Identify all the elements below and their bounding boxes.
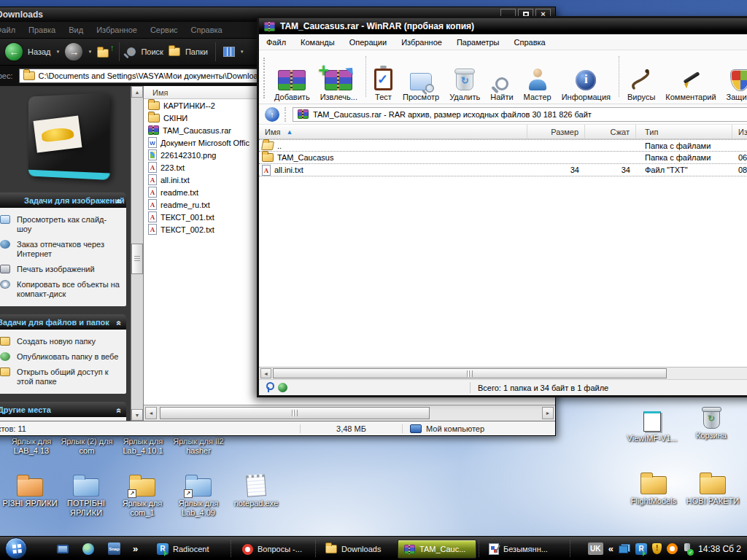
desktop-icon-com1[interactable]: Ярлык для com_1 <box>114 470 171 518</box>
desktop-icon-rizni-yarlyky[interactable]: РІЗНІ ЯРЛИКИ <box>1 470 58 508</box>
forward-icon[interactable]: → <box>65 43 82 61</box>
task-item[interactable]: Копировать все объекты на компакт-диск <box>0 277 126 302</box>
back-label[interactable]: Назад <box>28 47 51 56</box>
task-item[interactable]: Опубликовать папку в вебе <box>0 349 126 365</box>
desktop-icon-viewimf[interactable]: ViewIMF-V1... <box>624 405 681 443</box>
views-dropdown-icon[interactable]: ▼ <box>240 50 244 54</box>
explorer-horizontal-scrollbar[interactable]: ◄ ► <box>144 405 555 421</box>
scrollbar-thumb[interactable] <box>160 407 430 419</box>
desktop-icon-lab413[interactable]: Ярлык для LAB_4.13 <box>3 437 60 456</box>
globe-icon[interactable] <box>278 383 287 392</box>
quicklaunch-show-desktop[interactable] <box>57 537 69 560</box>
desktop-icon-com2[interactable]: Ярлык (2) для com <box>58 437 115 456</box>
desktop-icon-lab409[interactable]: Ярлык для Lab_4.09 <box>170 470 227 518</box>
archive-row-updir[interactable]: .. Папка с файлами <box>259 139 747 152</box>
menu-commands[interactable]: Команды <box>293 38 342 47</box>
back-icon[interactable]: ← <box>5 43 23 61</box>
delete-button[interactable]: Удалить <box>444 61 485 101</box>
column-name[interactable]: Имя ▲ <box>259 125 527 139</box>
task-winrar[interactable]: TAM_Cauc... <box>398 540 476 559</box>
panel-header[interactable]: Задачи для файлов и папок « <box>0 314 126 330</box>
column-packed[interactable]: Сжат <box>585 125 636 139</box>
language-indicator[interactable]: UK <box>588 542 603 555</box>
clock[interactable]: 14:38 Сб 2 <box>697 544 741 554</box>
quicklaunch-snap[interactable]: Snap <box>108 537 120 560</box>
desktop-icon-lab4101[interactable]: Ярлык для Lab_4.10.1 <box>115 437 171 456</box>
forward-dropdown-icon[interactable]: ▼ <box>88 50 92 54</box>
up-folder-icon[interactable]: ↑ <box>97 46 112 58</box>
collapse-chevron-icon[interactable]: « <box>115 408 125 412</box>
menu-help[interactable]: Справка <box>185 26 229 34</box>
desktop-icon-potribni-yarlyky[interactable]: ПОТРІБНІ ЯРЛИКИ <box>58 470 115 518</box>
task-paint[interactable]: Безымянн... <box>483 540 560 559</box>
safely-remove-icon[interactable] <box>683 543 692 554</box>
task-item[interactable]: Заказ отпечатков через Интернет <box>0 237 126 262</box>
menu-options[interactable]: Параметры <box>449 38 507 47</box>
menu-operations[interactable]: Операции <box>342 38 394 47</box>
protect-button[interactable]: Защита <box>721 61 747 101</box>
menu-edit[interactable]: Правка <box>22 26 62 34</box>
scrollbar-thumb[interactable] <box>273 368 667 378</box>
column-type[interactable]: Тип <box>636 125 732 139</box>
security-alert-icon[interactable]: ! <box>652 543 662 554</box>
folders-label[interactable]: Папки <box>185 47 208 56</box>
menu-favorites[interactable]: Избранное <box>90 26 144 34</box>
desktop-icon-il2hasher[interactable]: Ярлык для Il2 hasher <box>170 437 227 456</box>
tray-collapse-icon[interactable]: « <box>608 543 614 554</box>
toolbar-drag-handle[interactable] <box>263 58 266 98</box>
collapse-chevron-icon[interactable]: « <box>115 199 125 203</box>
menu-file[interactable]: Файл <box>0 26 22 34</box>
view-button[interactable]: Просмотр <box>398 61 444 101</box>
task-item[interactable]: Печать изображений <box>0 262 126 277</box>
desktop-icon-notepad[interactable]: notepad.exe <box>228 470 285 508</box>
key-icon[interactable] <box>266 382 271 392</box>
folders-icon[interactable] <box>169 47 180 56</box>
extract-button[interactable]: Извлечь... <box>315 61 363 101</box>
scroll-left-button[interactable]: ◄ <box>260 368 271 378</box>
scroll-left-button[interactable]: ◄ <box>145 407 157 419</box>
comment-button[interactable]: Комментарий <box>660 61 721 101</box>
menu-help[interactable]: Справка <box>507 38 553 47</box>
task-item[interactable]: Создать новую папку <box>0 334 126 349</box>
menu-favorites[interactable]: Избранное <box>394 38 449 47</box>
winrar-title-bar[interactable]: TAM_Caucasus.rar - WinRAR (пробная копия… <box>259 18 747 34</box>
column-size[interactable]: Размер <box>527 125 585 139</box>
quicklaunch-overflow[interactable]: » <box>133 537 138 560</box>
desktop-icon-recycle-bin[interactable]: Корзина <box>683 402 740 440</box>
scroll-down-button[interactable]: ▼ <box>131 409 143 421</box>
search-label[interactable]: Поиск <box>141 47 163 56</box>
views-icon[interactable] <box>223 47 235 57</box>
collapse-chevron-icon[interactable]: « <box>115 321 125 324</box>
menu-file[interactable]: Файл <box>259 38 293 47</box>
search-icon[interactable] <box>127 47 136 56</box>
radiocent-tray-icon[interactable]: R <box>635 543 647 555</box>
winrar-horizontal-scrollbar[interactable]: ◄ <box>259 367 747 379</box>
panel-header[interactable]: Задачи для изображений « <box>0 192 126 208</box>
panel-header[interactable]: Другие места « <box>0 402 126 417</box>
column-modified[interactable]: Из <box>732 125 747 139</box>
archive-row-file[interactable]: all.ini.txt 34 34 Файл "TXT" 08. <box>259 164 747 176</box>
task-item[interactable]: Просмотреть как слайд-шоу <box>0 212 126 237</box>
menu-view[interactable]: Вид <box>62 26 90 34</box>
wizard-button[interactable]: Мастер <box>519 61 557 101</box>
archive-row-folder[interactable]: TAM_Caucasus Папка с файлами 06. <box>259 152 747 164</box>
info-button[interactable]: Информация <box>557 61 616 101</box>
updater-icon[interactable] <box>667 543 678 554</box>
task-radiocent[interactable]: R Radiocent <box>151 540 228 559</box>
desktop-icon-flightmodels[interactable]: FlightModels <box>625 468 682 506</box>
network-monitors-icon[interactable] <box>619 544 630 553</box>
task-opera[interactable]: Вопросы -... <box>236 540 313 559</box>
scroll-up-button[interactable]: ▲ <box>131 86 143 98</box>
scroll-right-button[interactable]: ► <box>542 407 554 419</box>
sidebar-scrollbar[interactable]: ▲ ▼ <box>131 86 144 421</box>
virus-scan-button[interactable]: Вирусы <box>622 61 660 101</box>
desktop-icon-novi-rakety[interactable]: НОВІ РАКЕТИ <box>684 468 741 506</box>
archive-path-combo[interactable]: TAM_Caucasus.rar - RAR архив, размер исх… <box>293 107 747 122</box>
add-button[interactable]: Добавить <box>269 61 315 101</box>
scrollbar-thumb[interactable] <box>131 244 143 274</box>
menu-tools[interactable]: Сервис <box>144 26 185 34</box>
test-button[interactable]: Тест <box>369 61 398 101</box>
task-downloads[interactable]: Downloads <box>320 540 392 559</box>
back-dropdown-icon[interactable]: ▼ <box>56 50 61 54</box>
up-level-icon[interactable]: ↑ <box>265 107 279 122</box>
